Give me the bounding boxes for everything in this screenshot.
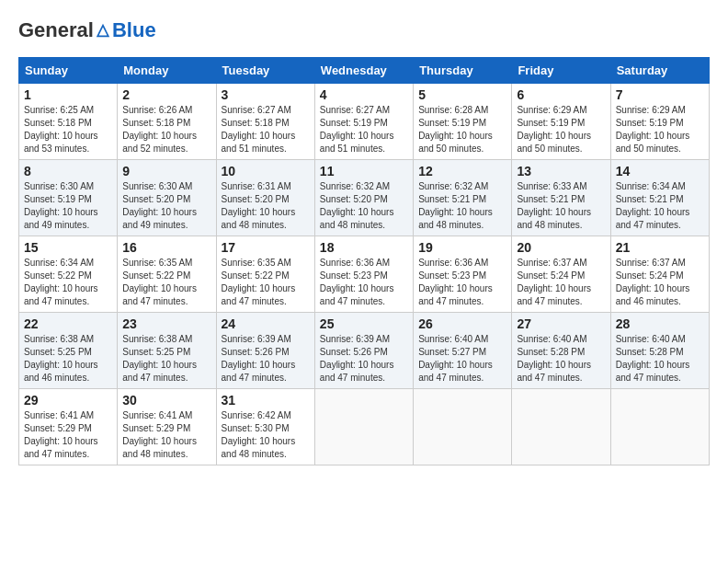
calendar-cell: 22Sunrise: 6:38 AM Sunset: 5:25 PM Dayli… [19, 313, 118, 389]
calendar-cell: 7Sunrise: 6:29 AM Sunset: 5:19 PM Daylig… [610, 84, 709, 160]
calendar-header-wednesday: Wednesday [314, 58, 413, 84]
calendar-week-3: 15Sunrise: 6:34 AM Sunset: 5:22 PM Dayli… [19, 236, 710, 313]
day-info: Sunrise: 6:37 AM Sunset: 5:24 PM Dayligh… [517, 257, 605, 308]
calendar-cell: 31Sunrise: 6:42 AM Sunset: 5:30 PM Dayli… [216, 389, 314, 465]
calendar-cell: 21Sunrise: 6:37 AM Sunset: 5:24 PM Dayli… [610, 236, 709, 313]
day-info: Sunrise: 6:34 AM Sunset: 5:21 PM Dayligh… [616, 180, 704, 232]
calendar-cell [414, 389, 512, 465]
calendar-cell: 16Sunrise: 6:35 AM Sunset: 5:22 PM Dayli… [118, 236, 216, 313]
calendar-cell: 8Sunrise: 6:30 AM Sunset: 5:19 PM Daylig… [19, 160, 118, 236]
day-info: Sunrise: 6:42 AM Sunset: 5:30 PM Dayligh… [222, 409, 310, 461]
day-info: Sunrise: 6:39 AM Sunset: 5:26 PM Dayligh… [222, 333, 310, 385]
calendar-cell: 25Sunrise: 6:39 AM Sunset: 5:26 PM Dayli… [314, 313, 413, 389]
calendar-cell: 15Sunrise: 6:34 AM Sunset: 5:22 PM Dayli… [19, 236, 118, 313]
calendar-header-thursday: Thursday [414, 58, 512, 84]
calendar-header-sunday: Sunday [19, 58, 118, 84]
day-info: Sunrise: 6:40 AM Sunset: 5:28 PM Dayligh… [517, 333, 605, 385]
calendar-cell: 1Sunrise: 6:25 AM Sunset: 5:18 PM Daylig… [19, 84, 118, 160]
logo-general-text: General [18, 18, 94, 42]
calendar-header-row: SundayMondayTuesdayWednesdayThursdayFrid… [19, 58, 710, 84]
day-info: Sunrise: 6:35 AM Sunset: 5:22 PM Dayligh… [222, 257, 310, 308]
day-number: 5 [418, 87, 506, 102]
calendar-cell: 6Sunrise: 6:29 AM Sunset: 5:19 PM Daylig… [512, 84, 610, 160]
logo-blue-text: Blue [112, 18, 156, 42]
day-info: Sunrise: 6:38 AM Sunset: 5:25 PM Dayligh… [24, 333, 112, 385]
day-info: Sunrise: 6:33 AM Sunset: 5:21 PM Dayligh… [517, 180, 605, 232]
day-info: Sunrise: 6:25 AM Sunset: 5:18 PM Dayligh… [24, 104, 112, 155]
day-number: 31 [222, 393, 310, 408]
calendar-week-2: 8Sunrise: 6:30 AM Sunset: 5:19 PM Daylig… [19, 160, 710, 236]
day-info: Sunrise: 6:41 AM Sunset: 5:29 PM Dayligh… [122, 409, 210, 461]
day-info: Sunrise: 6:31 AM Sunset: 5:20 PM Dayligh… [222, 180, 310, 232]
day-info: Sunrise: 6:30 AM Sunset: 5:19 PM Dayligh… [24, 180, 112, 232]
calendar-cell: 14Sunrise: 6:34 AM Sunset: 5:21 PM Dayli… [610, 160, 709, 236]
day-number: 26 [418, 316, 506, 331]
day-number: 17 [222, 240, 310, 255]
calendar-cell: 18Sunrise: 6:36 AM Sunset: 5:23 PM Dayli… [314, 236, 413, 313]
day-number: 8 [24, 164, 112, 178]
logo-icon [95, 22, 111, 39]
calendar-cell: 13Sunrise: 6:33 AM Sunset: 5:21 PM Dayli… [512, 160, 610, 236]
day-number: 19 [418, 240, 506, 255]
calendar-cell: 24Sunrise: 6:39 AM Sunset: 5:26 PM Dayli… [216, 313, 314, 389]
calendar-cell: 23Sunrise: 6:38 AM Sunset: 5:25 PM Dayli… [118, 313, 216, 389]
calendar-table: SundayMondayTuesdayWednesdayThursdayFrid… [18, 57, 710, 465]
day-info: Sunrise: 6:36 AM Sunset: 5:23 PM Dayligh… [418, 257, 506, 308]
calendar-header-saturday: Saturday [610, 58, 709, 84]
calendar-cell: 27Sunrise: 6:40 AM Sunset: 5:28 PM Dayli… [512, 313, 610, 389]
calendar-cell: 11Sunrise: 6:32 AM Sunset: 5:20 PM Dayli… [314, 160, 413, 236]
calendar-cell: 9Sunrise: 6:30 AM Sunset: 5:20 PM Daylig… [118, 160, 216, 236]
day-number: 2 [122, 87, 210, 102]
day-number: 1 [24, 87, 112, 102]
day-number: 6 [517, 87, 605, 102]
calendar-header-tuesday: Tuesday [216, 58, 314, 84]
day-info: Sunrise: 6:28 AM Sunset: 5:19 PM Dayligh… [418, 104, 506, 155]
day-number: 7 [616, 87, 704, 102]
day-number: 20 [517, 240, 605, 255]
day-number: 23 [122, 316, 210, 331]
calendar-week-4: 22Sunrise: 6:38 AM Sunset: 5:25 PM Dayli… [19, 313, 710, 389]
day-info: Sunrise: 6:27 AM Sunset: 5:19 PM Dayligh… [320, 104, 408, 155]
calendar-cell: 20Sunrise: 6:37 AM Sunset: 5:24 PM Dayli… [512, 236, 610, 313]
day-info: Sunrise: 6:27 AM Sunset: 5:18 PM Dayligh… [222, 104, 310, 155]
day-info: Sunrise: 6:34 AM Sunset: 5:22 PM Dayligh… [24, 257, 112, 308]
calendar-cell: 2Sunrise: 6:26 AM Sunset: 5:18 PM Daylig… [118, 84, 216, 160]
day-info: Sunrise: 6:26 AM Sunset: 5:18 PM Dayligh… [122, 104, 210, 155]
day-info: Sunrise: 6:40 AM Sunset: 5:27 PM Dayligh… [418, 333, 506, 385]
logo: General Blue [18, 18, 156, 42]
day-info: Sunrise: 6:38 AM Sunset: 5:25 PM Dayligh… [122, 333, 210, 385]
day-number: 13 [517, 164, 605, 178]
day-info: Sunrise: 6:29 AM Sunset: 5:19 PM Dayligh… [616, 104, 704, 155]
day-info: Sunrise: 6:32 AM Sunset: 5:21 PM Dayligh… [418, 180, 506, 232]
day-info: Sunrise: 6:40 AM Sunset: 5:28 PM Dayligh… [616, 333, 704, 385]
calendar-cell: 26Sunrise: 6:40 AM Sunset: 5:27 PM Dayli… [414, 313, 512, 389]
day-number: 16 [122, 240, 210, 255]
calendar-cell [610, 389, 709, 465]
day-number: 24 [222, 316, 310, 331]
calendar-cell: 3Sunrise: 6:27 AM Sunset: 5:18 PM Daylig… [216, 84, 314, 160]
calendar-week-5: 29Sunrise: 6:41 AM Sunset: 5:29 PM Dayli… [19, 389, 710, 465]
calendar-cell: 4Sunrise: 6:27 AM Sunset: 5:19 PM Daylig… [314, 84, 413, 160]
day-info: Sunrise: 6:39 AM Sunset: 5:26 PM Dayligh… [320, 333, 408, 385]
calendar-cell: 29Sunrise: 6:41 AM Sunset: 5:29 PM Dayli… [19, 389, 118, 465]
day-info: Sunrise: 6:36 AM Sunset: 5:23 PM Dayligh… [320, 257, 408, 308]
day-number: 29 [24, 393, 112, 408]
day-info: Sunrise: 6:32 AM Sunset: 5:20 PM Dayligh… [320, 180, 408, 232]
day-info: Sunrise: 6:37 AM Sunset: 5:24 PM Dayligh… [616, 257, 704, 308]
day-info: Sunrise: 6:41 AM Sunset: 5:29 PM Dayligh… [24, 409, 112, 461]
day-info: Sunrise: 6:29 AM Sunset: 5:19 PM Dayligh… [517, 104, 605, 155]
calendar-week-1: 1Sunrise: 6:25 AM Sunset: 5:18 PM Daylig… [19, 84, 710, 160]
day-info: Sunrise: 6:35 AM Sunset: 5:22 PM Dayligh… [122, 257, 210, 308]
page-header: General Blue [18, 18, 710, 42]
day-number: 28 [616, 316, 704, 331]
calendar-header-monday: Monday [118, 58, 216, 84]
calendar-cell: 10Sunrise: 6:31 AM Sunset: 5:20 PM Dayli… [216, 160, 314, 236]
calendar-cell: 30Sunrise: 6:41 AM Sunset: 5:29 PM Dayli… [118, 389, 216, 465]
day-number: 21 [616, 240, 704, 255]
calendar-cell [314, 389, 413, 465]
day-info: Sunrise: 6:30 AM Sunset: 5:20 PM Dayligh… [122, 180, 210, 232]
day-number: 27 [517, 316, 605, 331]
calendar-cell: 5Sunrise: 6:28 AM Sunset: 5:19 PM Daylig… [414, 84, 512, 160]
day-number: 9 [122, 164, 210, 178]
calendar-cell: 19Sunrise: 6:36 AM Sunset: 5:23 PM Dayli… [414, 236, 512, 313]
